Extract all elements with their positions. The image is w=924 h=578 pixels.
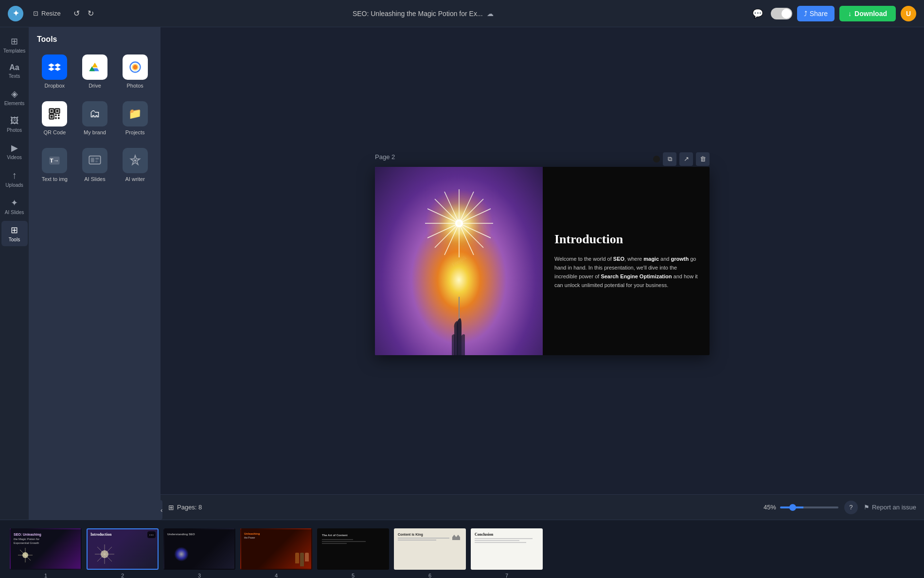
uploads-icon: ↑ (12, 170, 17, 181)
thumbnail-6[interactable]: Content is King 6 (394, 528, 466, 570)
svg-text:T→: T→ (50, 157, 59, 163)
my-brand-icon-box: 🗂 (82, 101, 107, 126)
resize-icon: ⊡ (33, 10, 38, 17)
left-sidebar: ⊞ Templates Aa Texts ◈ Elements 🖼 Photos… (0, 27, 29, 520)
help-button[interactable]: ? (844, 501, 858, 514)
tool-drive[interactable]: Drive (77, 51, 113, 92)
thumb-img-3: Understanding SEO (163, 528, 235, 570)
svg-rect-7 (55, 114, 57, 116)
svg-marker-54 (452, 535, 460, 540)
sidebar-item-templates[interactable]: ⊞ Templates (1, 32, 28, 57)
zoom-control: 45% (764, 504, 838, 511)
report-issue-button[interactable]: ⚑ Report an issue (864, 504, 916, 511)
tools-grid: Dropbox Drive Photos (37, 51, 153, 186)
share-button[interactable]: ⤴ Share (797, 6, 835, 21)
pages-count: ⊞ Pages: 8 (168, 504, 202, 511)
drive-icon-box (82, 54, 107, 80)
slide-delete-button[interactable]: 🗑 (696, 152, 710, 166)
slide[interactable]: Freepik Introduction Welcome to the worl… (375, 167, 710, 355)
thumb-img-5: The Art of Content (317, 528, 389, 570)
tool-text-to-img[interactable]: T→ Text to img (37, 144, 72, 186)
slide-body: Welcome to the world of SEO, where magic… (554, 254, 698, 290)
panel-collapse-button[interactable]: ‹ (160, 500, 162, 520)
thumb-img-6: Content is King (394, 528, 466, 570)
tool-projects[interactable]: 📁 Projects (117, 97, 153, 139)
hand-svg (440, 297, 479, 355)
tool-ai-writer[interactable]: AI writer (117, 144, 153, 186)
sparkler-background: Freepik (375, 167, 543, 355)
tool-photos[interactable]: Photos (117, 51, 153, 92)
photos-icon-box (123, 54, 148, 80)
photos-icon: 🖼 (10, 116, 19, 126)
ai-slides-icon: ✦ (11, 198, 18, 208)
avatar[interactable]: U (901, 6, 916, 21)
topbar-actions: 💬 ⤴ Share ↓ Download U (749, 5, 916, 22)
thumb-img-2: Introduction ··· (87, 528, 159, 570)
undo-redo-group: ↺ ↻ (71, 6, 97, 21)
thumbnail-2[interactable]: Introduction ··· 2 (87, 528, 159, 570)
thumbnail-3[interactable]: Understanding SEO 3 (163, 528, 235, 570)
tools-panel-title: Tools (37, 35, 153, 44)
svg-point-17 (134, 160, 136, 162)
svg-rect-4 (56, 110, 59, 112)
slide-title: Introduction (554, 232, 698, 247)
texts-icon: Aa (9, 63, 19, 72)
tool-ai-slides[interactable]: AI Slides (77, 144, 113, 186)
thumbnail-7[interactable]: Conclusion 7 (471, 528, 543, 570)
document-title: SEO: Unleashing the Magic Potion for Ex.… (103, 10, 744, 18)
svg-rect-15 (95, 158, 99, 160)
page-label: Page 2 (375, 153, 395, 161)
sidebar-item-ai-slides[interactable]: ✦ AI Slides (1, 194, 28, 219)
thumb-img-1: SEO: Unleashing the Magic Potion for Exp… (10, 528, 82, 570)
sidebar-item-tools[interactable]: ⊞ Tools (1, 221, 28, 246)
dropbox-icon-box (42, 54, 67, 80)
share-icon: ⤴ (804, 10, 807, 18)
svg-rect-9 (55, 117, 57, 119)
resize-button[interactable]: ⊡ Resize (29, 8, 65, 19)
tool-qr-code[interactable]: QR Code (37, 97, 72, 139)
ai-slides-icon-box (82, 148, 107, 173)
thumb-img-7: Conclusion (471, 528, 543, 570)
svg-rect-8 (58, 114, 60, 116)
zoom-label: 45% (764, 504, 776, 511)
sidebar-item-photos[interactable]: 🖼 Photos (1, 112, 28, 137)
svg-rect-6 (51, 116, 53, 118)
sidebar-item-texts[interactable]: Aa Texts (1, 59, 28, 83)
download-button[interactable]: ↓ Download (839, 6, 896, 21)
templates-icon: ⊞ (11, 36, 18, 47)
zoom-slider[interactable] (780, 506, 838, 508)
comment-button[interactable]: 💬 (749, 5, 766, 22)
slide-text-panel: Introduction Welcome to the world of SEO… (543, 167, 710, 355)
svg-rect-2 (51, 110, 53, 112)
sidebar-item-elements[interactable]: ◈ Elements (1, 85, 28, 110)
thumb-more-button[interactable]: ··· (147, 531, 156, 538)
sidebar-item-uploads[interactable]: ↑ Uploads (1, 166, 28, 192)
bottom-bar: ⊞ Pages: 8 45% ? ⚑ Report an issue (160, 494, 924, 520)
redo-button[interactable]: ↻ (85, 6, 97, 21)
tool-dropbox[interactable]: Dropbox (37, 51, 72, 92)
svg-rect-13 (89, 156, 100, 164)
svg-rect-16 (95, 161, 98, 163)
thumbnail-5[interactable]: The Art of Content 5 (317, 528, 389, 570)
tool-my-brand[interactable]: 🗂 My brand (77, 97, 113, 139)
thumbnail-1[interactable]: SEO: Unleashing the Magic Potion for Exp… (10, 528, 82, 570)
thumbnail-4[interactable]: Unleashing the Power 4 (240, 528, 312, 570)
canvas-container[interactable]: Page 2 ⧉ ↗ 🗑 (160, 27, 924, 494)
text-to-img-icon-box: T→ (42, 148, 67, 173)
undo-button[interactable]: ↺ (71, 6, 83, 21)
download-icon: ↓ (848, 10, 852, 18)
canvas-area: Page 2 ⧉ ↗ 🗑 (160, 27, 924, 520)
theme-toggle[interactable] (771, 8, 792, 19)
app-logo[interactable]: ✦ (8, 6, 23, 21)
elements-icon: ◈ (11, 89, 18, 99)
sparkle-svg (420, 184, 498, 262)
qr-code-icon-box (42, 101, 67, 126)
slide-export-button[interactable]: ↗ (679, 152, 693, 166)
slide-color-indicator[interactable] (653, 156, 660, 163)
slide-wrapper: Page 2 ⧉ ↗ 🗑 (375, 167, 710, 355)
pages-icon: ⊞ (168, 504, 174, 511)
sidebar-item-videos[interactable]: ▶ Videos (1, 139, 28, 164)
slide-duplicate-button[interactable]: ⧉ (663, 152, 676, 166)
slide-controls: ⧉ ↗ 🗑 (653, 152, 710, 166)
ai-writer-icon-box (123, 148, 148, 173)
